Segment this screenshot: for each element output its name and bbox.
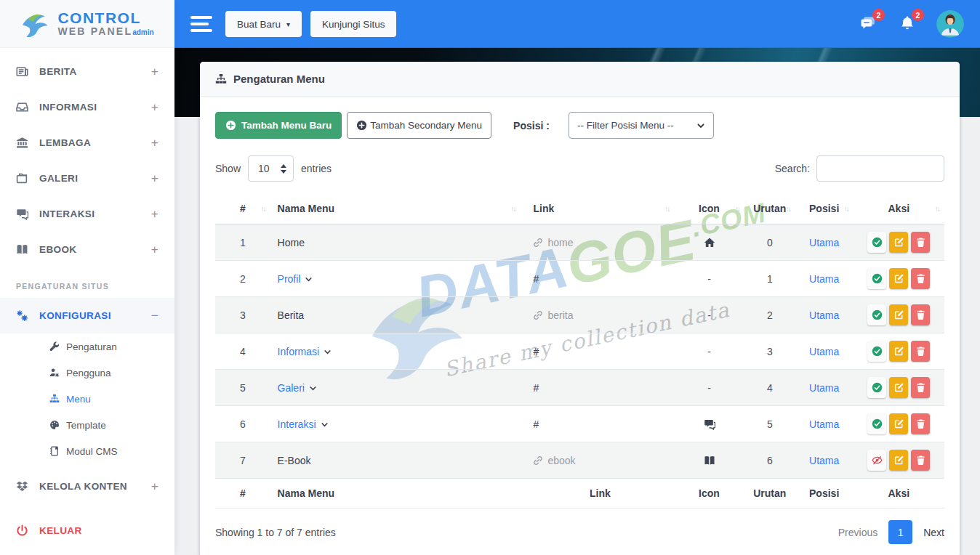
table-row: 6Interaksi#5Utama — [215, 406, 944, 442]
delete-button[interactable] — [911, 413, 930, 434]
expand-plus-icon: + — [151, 136, 158, 150]
edit-button[interactable] — [889, 413, 908, 434]
menu-link-cell: # — [520, 333, 674, 370]
footer-header-icon: Icon — [674, 479, 744, 509]
status-active-button[interactable] — [867, 377, 886, 398]
add-menu-button[interactable]: Tambah Menu Baru — [215, 112, 342, 139]
page-1-button[interactable]: 1 — [888, 520, 912, 544]
menu-name[interactable]: Profil — [278, 273, 301, 285]
sidebar-nav: BERITA + INFORMASI + LEMBAGA + GALERI + … — [0, 48, 174, 555]
visit-site-button[interactable]: Kunjungi Situs — [310, 11, 396, 37]
submenu-item-template[interactable]: Template — [0, 412, 174, 438]
delete-button[interactable] — [911, 450, 930, 471]
submenu-item-menu[interactable]: Menu — [0, 386, 174, 412]
posisi-link[interactable]: Utama — [809, 346, 839, 357]
menu-toggle-button[interactable] — [190, 16, 212, 32]
menu-icon-cell — [674, 224, 744, 261]
sidebar-item-informasi[interactable]: INFORMASI + — [0, 89, 174, 125]
create-new-button[interactable]: Buat Baru ▾ — [225, 11, 302, 37]
edit-button[interactable] — [889, 341, 908, 362]
posisi-link[interactable]: Utama — [809, 237, 839, 248]
notifications-button[interactable]: 2 — [897, 15, 917, 33]
sidebar-item-keluar[interactable]: KELUAR — [0, 513, 174, 548]
edit-button[interactable] — [889, 450, 908, 471]
column-header-icon[interactable]: Icon↑↓ — [674, 193, 744, 224]
sidebar-item-lembaga[interactable]: LEMBAGA + — [0, 125, 174, 161]
sort-icon: ↑↓ — [664, 205, 669, 213]
column-header-urutan[interactable]: Urutan↑↓ — [744, 193, 795, 224]
add-secondary-menu-button[interactable]: Tambah Secondary Menu — [347, 112, 491, 139]
sort-icon: ↑↓ — [935, 205, 939, 213]
collapse-minus-icon: − — [151, 309, 158, 323]
modul-cms-icon — [49, 446, 60, 456]
menu-name[interactable]: Informasi — [278, 346, 320, 357]
edit-button[interactable] — [889, 304, 908, 325]
menu-link: # — [533, 382, 539, 394]
footer-header-urutan: Urutan — [744, 479, 795, 509]
status-active-button[interactable] — [867, 341, 886, 362]
messages-button[interactable]: 2 — [858, 15, 878, 33]
column-header-aksi[interactable]: Aksi↑↓ — [854, 193, 944, 224]
delete-button[interactable] — [911, 377, 930, 398]
status-active-button[interactable] — [867, 232, 886, 253]
delete-button[interactable] — [911, 268, 930, 289]
edit-icon — [893, 455, 904, 466]
menu-name: Berita — [278, 309, 305, 321]
sidebar-item-interaksi[interactable]: INTERAKSI + — [0, 196, 174, 232]
sidebar-item-galeri[interactable]: GALERI + — [0, 161, 174, 196]
submenu-item-pengguna[interactable]: Pengguna — [0, 360, 174, 386]
posisi-link[interactable]: Utama — [809, 455, 839, 466]
edit-button[interactable] — [889, 268, 908, 289]
filter-posisi-select[interactable]: -- Filter Posisi Menu -- — [569, 112, 714, 139]
delete-button[interactable] — [911, 232, 930, 253]
menu-link: home — [547, 237, 573, 248]
sidebar-item-label: GALERI — [39, 173, 78, 184]
menu-position-cell: Utama — [795, 370, 854, 406]
menu-order: 2 — [744, 297, 795, 333]
status-active-button[interactable] — [867, 304, 886, 325]
brand-superscript: admin — [132, 28, 153, 36]
status-active-button[interactable] — [867, 268, 886, 289]
posisi-link[interactable]: Utama — [809, 418, 839, 430]
table-row: 4Informasi#-3Utama — [215, 333, 944, 370]
bank-icon — [16, 137, 28, 149]
sitemap-icon — [215, 73, 227, 85]
posisi-link[interactable]: Utama — [809, 382, 839, 394]
status-active-button[interactable] — [867, 413, 886, 434]
submenu-item-pengaturan[interactable]: Pengaturan — [0, 333, 174, 360]
column-header-link[interactable]: Link↑↓ — [520, 193, 674, 224]
sidebar-item-berita[interactable]: BERITA + — [0, 54, 174, 89]
menu-link-cell: ebook — [520, 442, 674, 479]
trash-icon — [915, 455, 926, 466]
menu-position-cell: Utama — [795, 333, 854, 370]
edit-button[interactable] — [889, 377, 908, 398]
previous-page-button[interactable]: Previous — [838, 527, 877, 538]
posisi-link[interactable]: Utama — [809, 273, 839, 285]
row-number: 1 — [215, 224, 270, 261]
user-avatar[interactable] — [936, 10, 964, 38]
column-header-nama-menu[interactable]: Nama Menu↑↓ — [270, 193, 521, 224]
posisi-link[interactable]: Utama — [809, 309, 839, 321]
delete-button[interactable] — [911, 341, 930, 362]
submenu-item-modul-cms[interactable]: Modul CMS — [0, 438, 174, 464]
menu-order: 3 — [744, 333, 795, 370]
sidebar-item-kelola-konten[interactable]: KELOLA KONTEN + — [0, 469, 174, 504]
sidebar-item-ebook[interactable]: EBOOK + — [0, 232, 174, 267]
page-length-select[interactable]: 10 — [248, 155, 294, 182]
submenu-label: Pengguna — [66, 368, 111, 378]
sidebar-item-konfigurasi[interactable]: KONFIGURASI − — [0, 298, 174, 333]
filter-selected-value: -- Filter Posisi Menu -- — [577, 120, 674, 131]
column-header-posisi[interactable]: Posisi↑↓ — [795, 193, 854, 224]
edit-button[interactable] — [889, 232, 908, 253]
menu-name[interactable]: Interaksi — [278, 418, 316, 430]
next-page-button[interactable]: Next — [923, 527, 944, 538]
row-actions — [854, 370, 944, 406]
delete-button[interactable] — [911, 304, 930, 325]
column-header-num[interactable]: #↑↓ — [215, 193, 270, 224]
table-info: Showing 1 to 7 of 7 entries — [215, 527, 336, 538]
status-hidden-button[interactable] — [867, 450, 886, 471]
menu-name[interactable]: Galeri — [278, 382, 305, 394]
search-input[interactable] — [816, 155, 944, 182]
brand-logo[interactable]: CONTROL WEB PANELadmin — [0, 0, 174, 48]
sort-icon: ↑↓ — [844, 205, 848, 213]
